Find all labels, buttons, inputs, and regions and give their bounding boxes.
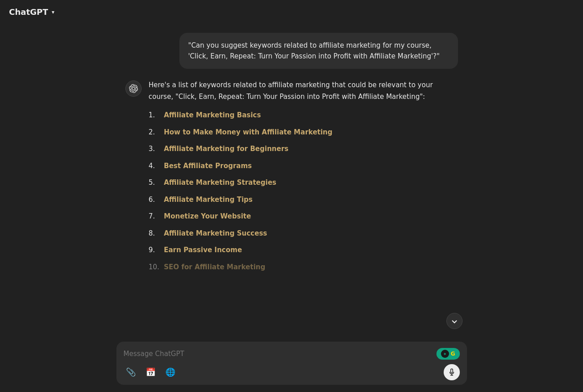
keyword-text: Earn Passive Income [164,245,242,256]
keyword-number: 10. [149,262,160,273]
keyword-number: 5. [149,177,160,189]
list-item: 9.Earn Passive Income [149,245,458,256]
badge-g-label: G [451,351,455,357]
arrow-down-icon [451,317,458,325]
message-input[interactable] [124,350,436,358]
keyword-list: 1.Affiliate Marketing Basics2.How to Mak… [149,110,458,273]
user-bubble: "Can you suggest keywords related to aff… [179,33,458,69]
list-item: 6.Affiliate Marketing Tips [149,194,458,206]
keyword-number: 8. [149,228,160,240]
keyword-number: 3. [149,143,160,155]
chevron-down-icon[interactable]: ▾ [52,9,54,15]
list-item: 1.Affiliate Marketing Basics [149,110,458,121]
keyword-number: 6. [149,194,160,206]
calendar-button[interactable]: 📅 [143,365,158,379]
input-container: ✦ G 📎 📅 🌐 [116,342,467,385]
badge-icon: ✦ [441,350,449,358]
input-bottom-row: 📎 📅 🌐 [124,364,460,380]
app-title[interactable]: ChatGPT [9,7,48,17]
assistant-message: Here's a list of keywords related to aff… [125,80,458,273]
calendar-icon: 📅 [146,367,156,377]
microphone-icon [448,368,456,376]
attach-button[interactable]: 📎 [124,365,138,379]
avatar [125,80,142,97]
list-item: 8.Affiliate Marketing Success [149,228,458,240]
keyword-text: Affiliate Marketing Success [164,228,267,240]
keyword-text: Affiliate Marketing Basics [164,110,261,121]
messages-container: "Can you suggest keywords related to aff… [116,33,467,273]
input-area: ✦ G 📎 📅 🌐 [0,336,583,392]
assistant-intro: Here's a list of keywords related to aff… [149,80,458,102]
user-message-text: "Can you suggest keywords related to aff… [188,41,440,60]
keyword-number: 9. [149,245,160,256]
scroll-down-button[interactable] [446,313,463,329]
keyword-number: 1. [149,110,160,121]
keyword-text: Monetize Your Website [164,211,251,223]
input-row: ✦ G [124,348,460,360]
assistant-content: Here's a list of keywords related to aff… [149,80,458,273]
chatgpt-badge[interactable]: ✦ G [436,348,460,360]
keyword-text: Best Affiliate Programs [164,160,252,172]
keyword-text: SEO for Affiliate Marketing [164,262,266,273]
keyword-text: How to Make Money with Affiliate Marketi… [164,127,333,138]
list-item: 3.Affiliate Marketing for Beginners [149,143,458,155]
globe-icon: 🌐 [165,367,175,377]
list-item: 5.Affiliate Marketing Strategies [149,177,458,189]
keyword-number: 4. [149,160,160,172]
list-item: 7.Monetize Your Website [149,211,458,223]
list-item: 2.How to Make Money with Affiliate Marke… [149,127,458,138]
header: ChatGPT ▾ [0,0,583,24]
list-item: 4.Best Affiliate Programs [149,160,458,172]
list-item: 10.SEO for Affiliate Marketing [149,262,458,273]
openai-icon [129,84,138,93]
input-actions-right: ✦ G [436,348,460,360]
keyword-text: Affiliate Marketing Strategies [164,177,276,189]
keyword-text: Affiliate Marketing for Beginners [164,143,289,155]
input-bottom-left: 📎 📅 🌐 [124,365,178,379]
keyword-text: Affiliate Marketing Tips [164,194,253,206]
globe-button[interactable]: 🌐 [163,365,178,379]
user-message: "Can you suggest keywords related to aff… [125,33,458,69]
main-content: "Can you suggest keywords related to aff… [0,24,583,336]
paperclip-icon: 📎 [126,367,136,377]
keyword-number: 2. [149,127,160,138]
keyword-number: 7. [149,211,160,223]
send-button[interactable] [444,364,460,380]
